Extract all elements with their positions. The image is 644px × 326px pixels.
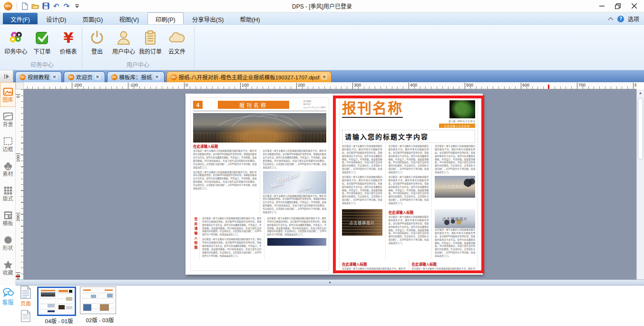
china-map-image[interactable] [449, 100, 475, 118]
text-column[interactable]: 金印客是一家专业数码与传统网络排版印刷的服务平台，拥有30多年印刷服务经验。金印… [202, 217, 262, 259]
panel-toggle-button[interactable] [0, 70, 13, 82]
tab-close-icon[interactable]: ✕ [51, 74, 58, 80]
doc-tab-newspaper-template[interactable]: DPS 报纸-八开报对折-橙色主题企业报纸模板190327-1707.dpsf … [166, 71, 332, 82]
page-left-04[interactable]: 4 报刊名称 责任编辑： 版式设计： 0000 年 0 月 00 日 / 星期六… [185, 94, 334, 275]
sidebar-item-favorites[interactable]: 收藏 [0, 255, 16, 280]
text-column[interactable]: 金印客是一家专业数码与传统网络排版印刷的服务平台，拥有30多年印刷服务经验。金印… [385, 145, 429, 207]
chess-photo[interactable]: 点击替换图片 [435, 209, 475, 228]
bonjour-hello-photo[interactable]: Bonjour Hello Ni Hao [263, 171, 327, 194]
sidebar-item-material[interactable]: 素材 [0, 156, 16, 181]
body-text: 金印客是一家专业数码与传统网络排版印刷的服务平台，拥有30多年印刷服务经验。金印… [267, 217, 327, 237]
text-column[interactable]: 金印客是一家专业数码与传统网络排版印刷的服务平台，拥有30多年印刷服务经验。金印… [264, 217, 327, 259]
article-headline[interactable]: 在此请输入标题 [193, 144, 326, 149]
pages-tool-column[interactable]: 页面 [18, 286, 33, 326]
newspaper-title[interactable]: 报刊名称 [342, 100, 403, 118]
vertical-ruler[interactable]: 0100200300 [16, 89, 24, 279]
section-headline[interactable]: 在此请输入标题 [412, 261, 476, 267]
minimize-button[interactable] [594, 1, 610, 11]
replace-image-hint: 点击替换图片 [342, 209, 382, 236]
sidebar-item-layout[interactable]: 版式 [0, 181, 16, 206]
menu-tab-view[interactable]: 视图(V) [111, 13, 146, 24]
editor-info[interactable]: 责任编辑： 版式设计： 0000 年 0 月 00 日 / 星期六 [303, 100, 326, 109]
text-column[interactable]: 在此请输入标题 金印客是一家专业数码与传统网络排版印刷的服务平台，拥有30多年印… [342, 260, 406, 271]
vertical-headline[interactable]: 在此请输入标题 [193, 217, 200, 259]
company-name-bar[interactable]: 在此请输入企业名称 [439, 124, 475, 128]
options-button[interactable]: 选项 [628, 15, 639, 23]
page-document-icon-secondary[interactable] [20, 310, 31, 322]
thumbnail-04-01[interactable] [37, 287, 76, 316]
menu-tab-help[interactable]: 帮助(H) [232, 13, 267, 24]
scrollbar-thumb[interactable] [638, 98, 643, 160]
main-headline-box[interactable]: 请输入您的标题文字内容 [342, 130, 475, 143]
text-column[interactable]: 金印客是一家专业数码与传统网络排版印刷的服务平台，拥有30多年印刷服务经验。金印… [342, 145, 382, 207]
text-column[interactable]: 点击替换图片 金印客是一家专业数码与传统网络排版印刷的服务平台，拥有30多年印刷… [431, 209, 475, 259]
user-center-icon [116, 29, 132, 46]
menu-tab-share-export[interactable]: 分享导出(S) [185, 13, 232, 24]
doc-tab-welcome[interactable]: DPS 欢迎页 ✕ [64, 71, 105, 82]
issue-date[interactable]: 第 1 期 0000 年 0 月 00 日 [449, 120, 475, 123]
sidebar-item-template[interactable]: 模板 [0, 206, 16, 230]
my-orders-button[interactable]: 我的订单 [137, 28, 164, 57]
close-button[interactable] [626, 1, 642, 11]
place-order-button[interactable]: 下订单 [29, 28, 55, 57]
cloud-file-button[interactable]: 云文件 [164, 28, 190, 57]
section-headline[interactable]: 在此请输入标题 [389, 210, 429, 215]
interior-photo[interactable]: 点击替换图片 [342, 209, 382, 236]
vertical-scrollbar[interactable]: ▲ [636, 89, 644, 279]
sidebar-item-label: 图库 [3, 97, 13, 103]
front-masthead: 报刊名称 第 1 期 0000 年 0 月 00 日 在此请输入企业名称 [342, 100, 475, 128]
save-button[interactable] [40, 1, 51, 11]
page-document-icon [20, 286, 31, 299]
user-center-button[interactable]: 用户中心 [110, 28, 137, 57]
sidebar-item-border[interactable]: 边框 [0, 132, 16, 156]
bottom-photo-strip[interactable] [267, 238, 327, 246]
tab-close-icon[interactable]: ✕ [95, 74, 101, 80]
sidebar-item-gallery[interactable]: 图库 [0, 82, 16, 107]
menu-tab-page[interactable]: 页面(G) [75, 13, 110, 24]
section-headline[interactable]: 在此请输入标题 [342, 261, 406, 267]
sidebar-item-background[interactable]: 背景 [0, 107, 16, 132]
open-file-button[interactable] [30, 1, 40, 11]
text-column[interactable]: 金印客是一家专业数码与传统网络排版印刷的服务平台，拥有30多年印刷服务经验。金印… [431, 145, 475, 207]
tab-close-icon[interactable]: ✕ [321, 74, 327, 80]
new-file-button[interactable] [20, 1, 30, 11]
city-network-photo[interactable] [193, 113, 326, 143]
masthead-banner[interactable]: 报刊名称 [218, 101, 289, 109]
thumbnail-02-03[interactable] [80, 287, 116, 314]
background-icon [3, 112, 13, 121]
help-icon[interactable]: ? [617, 16, 624, 22]
gallery-icon [3, 87, 13, 96]
text-column[interactable]: 在此请输入标题 金印客是一家专业数码与传统网络排版印刷的服务平台，拥有30多年印… [409, 260, 476, 271]
doc-tab-video-tutorial[interactable]: DPS 视频教程 ✕ [15, 71, 62, 82]
ruler-label: 100 [240, 83, 249, 89]
restore-button[interactable] [610, 1, 626, 11]
price-list-button[interactable]: ¥ 价格表 [55, 28, 81, 57]
print-center-button[interactable]: 印务中心 [3, 28, 29, 57]
horizontal-ruler[interactable]: -200-1000100200300400500600700800 [16, 82, 636, 89]
menu-tab-file[interactable]: 文件(F) [3, 13, 38, 24]
sidebar-item-service[interactable]: 客服 [0, 286, 16, 314]
page-right-01[interactable]: 报刊名称 第 1 期 0000 年 0 月 00 日 在此请输入企业名称 请输入… [334, 94, 483, 275]
design-canvas[interactable]: 4 报刊名称 责任编辑： 版式设计： 0000 年 0 月 00 日 / 星期六… [24, 89, 636, 279]
logout-button[interactable]: 登出 [84, 28, 110, 57]
text-column[interactable]: 点击替换图片 [342, 209, 382, 259]
tab-close-icon[interactable]: ✕ [154, 74, 160, 80]
undo-button[interactable]: ↶ [51, 1, 61, 11]
menu-tab-print[interactable]: 印刷(P) [147, 12, 184, 24]
sidebar-item-shape[interactable]: 形状 [0, 230, 16, 255]
newspaper-spread[interactable]: 4 报刊名称 责任编辑： 版式设计： 0000 年 0 月 00 日 / 星期六… [185, 94, 483, 275]
doc-tab-template-library[interactable]: DPS 模板库：报纸 ✕ [107, 71, 165, 82]
collapse-ribbon-icon[interactable] [608, 17, 614, 20]
text-column[interactable]: 金印客是一家专业数码与传统网络排版印刷的服务平台，拥有30多年印刷服务经验。金印… [193, 150, 257, 216]
sunset-trees-photo[interactable]: 点击替换图片 [435, 176, 475, 198]
scroll-up-arrow-icon[interactable]: ▲ [637, 89, 644, 96]
page-number-badge[interactable]: 4 [193, 101, 203, 109]
ribbon-group-print-center: 印务中心 下订单 ¥ 价格表 印务中心 [3, 25, 81, 70]
quick-access-customize-button[interactable] [72, 1, 82, 11]
panel-splitter[interactable]: ▼ [16, 279, 644, 286]
undo-icon: ↶ [53, 2, 59, 10]
text-column[interactable]: 在此请输入标题 金印客是一家专业数码与传统网络排版印刷的服务平台，拥有30多年印… [385, 209, 429, 259]
menu-tab-design[interactable]: 设计(D) [39, 13, 74, 24]
redo-button[interactable]: ↷ [61, 1, 72, 11]
text-column[interactable]: 金印客是一家专业数码与传统网络排版印刷的服务平台，拥有30多年印刷服务经验。金印… [260, 150, 327, 216]
